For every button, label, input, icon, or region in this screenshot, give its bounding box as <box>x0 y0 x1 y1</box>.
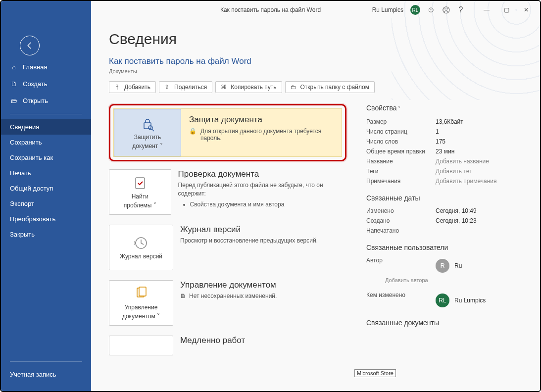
info-toolbar: ⭱Добавить ⇪Поделиться ⌘Копировать путь 🗀… <box>109 81 525 93</box>
microsoft-store-tooltip: Microsoft Store <box>354 369 396 377</box>
manage-document-button[interactable]: Управление документом ˅ <box>109 280 173 326</box>
upload-icon: ⭱ <box>114 84 121 91</box>
svg-rect-3 <box>136 178 145 189</box>
date-value: Сегодня, 10:49 <box>436 207 477 214</box>
sidebar-item-new[interactable]: 🗋 Создать <box>1 75 91 92</box>
date-row: СозданоСегодня, 10:23 <box>366 216 525 226</box>
sidebar-item-transform[interactable]: Преобразовать <box>1 211 91 227</box>
file-icon: 🗋 <box>10 80 18 88</box>
property-row: НазваниеДобавить название <box>366 156 525 166</box>
property-value[interactable]: Добавить примечания <box>436 178 497 185</box>
history-icon <box>133 235 149 251</box>
doc-icon: 🗎 <box>180 292 186 300</box>
property-label: Число страниц <box>366 128 436 135</box>
titlebar: Как поставить пароль на файл Word Ru Lum… <box>1 1 540 19</box>
sidebar-item-close[interactable]: Закрыть <box>1 227 91 242</box>
related-people-heading: Связанные пользователи <box>366 244 525 251</box>
home-icon: ⌂ <box>10 63 18 71</box>
upload-button[interactable]: ⭱Добавить <box>109 81 156 93</box>
inspect-document-button[interactable]: Найти проблемы ˅ <box>109 169 171 215</box>
protect-title: Защита документа <box>189 115 334 125</box>
sidebar-item-save[interactable]: Сохранить <box>1 135 91 150</box>
author-label: Автор <box>366 257 436 275</box>
version-history-button[interactable]: Журнал версий <box>109 225 173 270</box>
folder-icon: 🗀 <box>291 84 297 91</box>
properties-panel: Свойства Размер13,6КбайтЧисло страниц1Чи… <box>366 104 525 365</box>
property-value: 175 <box>436 138 445 145</box>
smile-icon[interactable]: ☺ <box>427 6 435 14</box>
modified-by-label: Кем изменено <box>366 292 436 309</box>
close-button[interactable]: ✕ <box>516 3 536 17</box>
property-value: 23 мин <box>436 148 454 155</box>
sidebar-item-open[interactable]: 🗁 Открыть <box>1 92 91 109</box>
minimize-button[interactable]: — <box>477 3 496 17</box>
property-label: Размер <box>366 118 436 125</box>
sidebar-item-home[interactable]: ⌂ Главная <box>1 58 91 75</box>
inspect-bullet: Свойства документа и имя автора <box>190 201 347 208</box>
manage-icon <box>133 286 149 302</box>
property-row: ПримечанияДобавить примечания <box>366 176 525 186</box>
property-label: Число слов <box>366 138 436 145</box>
sidebar-item-share[interactable]: Общий доступ <box>1 181 91 196</box>
help-icon[interactable]: ? <box>457 6 465 14</box>
username[interactable]: Ru Lumpics <box>372 6 403 13</box>
date-row: Напечатано <box>366 226 525 236</box>
author-person[interactable]: R Ru <box>436 259 462 273</box>
property-value[interactable]: Добавить название <box>436 158 489 165</box>
open-folder-button[interactable]: 🗀Открыть папку с файлом <box>285 81 375 93</box>
property-value[interactable]: Добавить тег <box>436 168 472 175</box>
inspect-card: Найти проблемы ˅ Проверка документа Пере… <box>109 169 346 215</box>
maximize-button[interactable]: ▢ <box>496 3 516 17</box>
date-label: Изменено <box>366 207 436 214</box>
property-label: Теги <box>366 168 436 175</box>
property-row: Общее время правки23 мин <box>366 147 525 156</box>
folder-open-icon: 🗁 <box>10 97 18 104</box>
highlight-protect-outline: Защитить документ ˅ Защита документа 🔒 Д… <box>109 104 346 161</box>
share-icon: ⇪ <box>164 84 171 91</box>
date-label: Напечатано <box>366 227 436 234</box>
window-title: Как поставить пароль на файл Word <box>220 6 321 13</box>
sidebar-item-account[interactable]: Учетная запись <box>1 367 91 382</box>
manage-desc: Нет несохраненных изменений. <box>189 292 277 300</box>
related-dates-heading: Связанные даты <box>366 194 525 202</box>
date-row: ИзмененоСегодня, 10:49 <box>366 206 525 216</box>
back-button[interactable] <box>20 36 40 55</box>
property-value: 1 <box>436 128 439 135</box>
main-content: Сведения Как поставить пароль на файл Wo… <box>91 1 540 391</box>
modified-by-person[interactable]: RL Ru Lumpics <box>436 294 486 307</box>
document-title: Как поставить пароль на файл Word <box>109 56 525 66</box>
property-label: Общее время правки <box>366 148 436 155</box>
property-value: 13,6Кбайт <box>436 118 463 125</box>
link-icon: ⌘ <box>221 84 228 91</box>
sidebar-item-info[interactable]: Сведения <box>1 119 91 135</box>
properties-heading[interactable]: Свойства <box>366 104 525 112</box>
date-value: Сегодня, 10:23 <box>436 217 477 224</box>
property-row: ТегиДобавить тег <box>366 166 525 176</box>
user-avatar[interactable]: RL <box>410 5 420 15</box>
slow-title: Медленно работ <box>180 336 245 345</box>
avatar-icon: R <box>436 259 449 273</box>
svg-line-2 <box>152 129 154 131</box>
versions-title: Журнал версий <box>180 225 318 235</box>
add-author-link[interactable]: Добавить автора <box>385 277 525 283</box>
property-row: Число слов175 <box>366 137 525 147</box>
sidebar-item-export[interactable]: Экспорт <box>1 196 91 211</box>
copy-path-button[interactable]: ⌘Копировать путь <box>215 81 282 93</box>
property-label: Название <box>366 158 436 165</box>
sidebar-label: Главная <box>23 63 47 71</box>
svg-rect-6 <box>139 287 146 296</box>
protect-document-button[interactable]: Защитить документ ˅ <box>114 109 181 156</box>
sad-icon[interactable]: ☹ <box>442 6 450 14</box>
share-button[interactable]: ⇪Поделиться <box>159 81 212 93</box>
slow-button[interactable] <box>109 336 173 355</box>
property-row: Размер13,6Кбайт <box>366 117 525 127</box>
sidebar-item-saveas[interactable]: Сохранить как <box>1 150 91 165</box>
sidebar-label: Создать <box>23 80 47 88</box>
property-row: Число страниц1 <box>366 127 525 137</box>
svg-point-1 <box>148 126 152 130</box>
sidebar-separator <box>10 361 82 362</box>
document-path[interactable]: Документы <box>109 68 525 74</box>
protect-card: Защитить документ ˅ Защита документа 🔒 Д… <box>113 108 342 157</box>
sidebar-item-print[interactable]: Печать <box>1 165 91 181</box>
sidebar-label: Открыть <box>23 97 48 104</box>
